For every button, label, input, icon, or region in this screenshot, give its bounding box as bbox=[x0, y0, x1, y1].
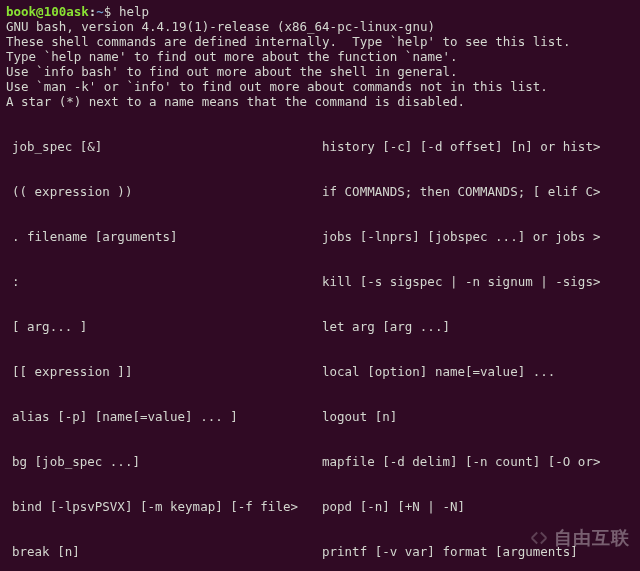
prompt-user: book bbox=[6, 4, 36, 19]
intro-line: These shell commands are defined interna… bbox=[6, 34, 634, 49]
prompt-at: @ bbox=[36, 4, 44, 19]
watermark-text: 自由互联 bbox=[554, 531, 630, 546]
list-item: . filename [arguments] bbox=[12, 229, 322, 244]
list-item: popd [-n] [+N | -N] bbox=[322, 499, 634, 514]
list-item: bg [job_spec ...] bbox=[12, 454, 322, 469]
list-item: [[ expression ]] bbox=[12, 364, 322, 379]
list-item: kill [-s sigspec | -n signum | -sigs> bbox=[322, 274, 634, 289]
list-item: : bbox=[12, 274, 322, 289]
list-item: (( expression )) bbox=[12, 184, 322, 199]
terminal[interactable]: book@100ask:~$ help GNU bash, version 4.… bbox=[0, 0, 640, 571]
intro-line: A star (*) next to a name means that the… bbox=[6, 94, 634, 109]
prompt-path: ~ bbox=[96, 4, 104, 19]
list-item: [ arg... ] bbox=[12, 319, 322, 334]
list-item: local [option] name[=value] ... bbox=[322, 364, 634, 379]
list-item: jobs [-lnprs] [jobspec ...] or jobs > bbox=[322, 229, 634, 244]
list-item: break [n] bbox=[12, 544, 322, 559]
prompt-host: 100ask bbox=[44, 4, 89, 19]
list-item: alias [-p] [name[=value] ... ] bbox=[12, 409, 322, 424]
list-item: if COMMANDS; then COMMANDS; [ elif C> bbox=[322, 184, 634, 199]
help-columns: job_spec [&] (( expression )) . filename… bbox=[6, 109, 634, 571]
help-column-right: history [-c] [-d offset] [n] or hist> if… bbox=[322, 109, 634, 571]
command-typed: help bbox=[119, 4, 149, 19]
intro-line: Use `info bash' to find out more about t… bbox=[6, 64, 634, 79]
intro-line: Type `help name' to find out more about … bbox=[6, 49, 634, 64]
list-item: bind [-lpsvPSVX] [-m keymap] [-f file> bbox=[12, 499, 322, 514]
list-item: logout [n] bbox=[322, 409, 634, 424]
list-item: job_spec [&] bbox=[12, 139, 322, 154]
list-item: mapfile [-d delim] [-n count] [-O or> bbox=[322, 454, 634, 469]
watermark-icon bbox=[528, 527, 550, 549]
help-intro: GNU bash, version 4.4.19(1)-release (x86… bbox=[6, 19, 634, 109]
list-item: history [-c] [-d offset] [n] or hist> bbox=[322, 139, 634, 154]
intro-line: GNU bash, version 4.4.19(1)-release (x86… bbox=[6, 19, 634, 34]
prompt-line: book@100ask:~$ help bbox=[6, 4, 634, 19]
watermark: 自由互联 bbox=[528, 527, 630, 549]
help-column-left: job_spec [&] (( expression )) . filename… bbox=[6, 109, 322, 571]
prompt-dollar: $ bbox=[104, 4, 119, 19]
intro-line: Use `man -k' or `info' to find out more … bbox=[6, 79, 634, 94]
list-item: let arg [arg ...] bbox=[322, 319, 634, 334]
